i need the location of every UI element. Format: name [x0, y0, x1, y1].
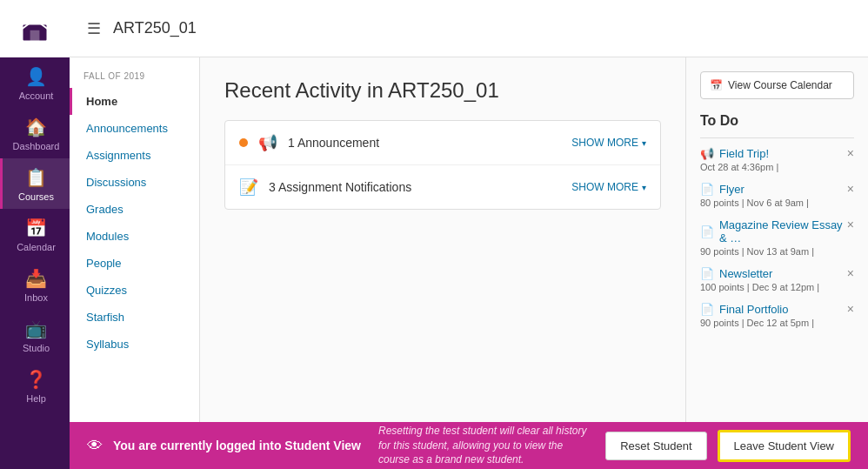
- todo-item-title-newsletter[interactable]: 📄 Newsletter: [700, 267, 772, 280]
- todo-icon-flyer: 📄: [700, 183, 714, 196]
- todo-item-meta-magazine-review: 90 points | Nov 13 at 9am |: [700, 246, 854, 257]
- help-icon: ❓: [25, 369, 47, 390]
- sidebar-logo[interactable]: [0, 0, 70, 57]
- todo-item-title-flyer[interactable]: 📄 Flyer: [700, 183, 744, 196]
- todo-icon-field-trip: 📢: [700, 147, 714, 160]
- announcement-show-more[interactable]: SHOW MORE: [571, 137, 646, 149]
- sidebar-item-dashboard[interactable]: 🏠 Dashboard: [0, 108, 70, 158]
- sidebar-item-label-dashboard: Dashboard: [13, 141, 60, 151]
- activity-item-announcement: 📢 1 Announcement SHOW MORE: [225, 121, 660, 165]
- inbox-icon: 📥: [25, 268, 47, 289]
- leftnav-item-assignments[interactable]: Assignments: [70, 142, 199, 169]
- todo-item-close-final-portfolio[interactable]: ×: [847, 303, 854, 315]
- left-nav: FALL OF 2019 HomeAnnouncementsAssignment…: [70, 57, 200, 422]
- calendar-btn-label: View Course Calendar: [728, 79, 832, 91]
- content-layout: FALL OF 2019 HomeAnnouncementsAssignment…: [70, 57, 868, 422]
- sidebar-item-label-courses: Courses: [18, 191, 54, 202]
- todo-item-header-newsletter: 📄 Newsletter ×: [700, 267, 854, 280]
- todo-item-meta-flyer: 80 points | Nov 6 at 9am |: [700, 198, 854, 208]
- todo-item-newsletter: 📄 Newsletter × 100 points | Dec 9 at 12p…: [700, 267, 854, 292]
- todo-item-close-field-trip[interactable]: ×: [847, 147, 854, 159]
- student-view-status: You are currently logged into Student Vi…: [113, 439, 361, 452]
- announcement-dot: [239, 138, 248, 147]
- announcement-icon: 📢: [258, 133, 277, 152]
- sidebar-item-calendar[interactable]: 📅 Calendar: [0, 209, 70, 259]
- leftnav-item-quizzes[interactable]: Quizzes: [70, 277, 199, 304]
- todo-item-close-magazine-review[interactable]: ×: [847, 218, 854, 231]
- leftnav-item-syllabus[interactable]: Syllabus: [70, 331, 199, 358]
- center-content: Recent Activity in ART250_01 📢 1 Announc…: [200, 57, 685, 422]
- hamburger-icon[interactable]: ☰: [87, 19, 101, 38]
- assignments-icon: 📝: [239, 178, 258, 197]
- assignments-text: 3 Assignment Notifications: [269, 180, 571, 194]
- sidebar: 👤 Account 🏠 Dashboard 📋 Courses 📅 Calend…: [0, 0, 70, 469]
- activity-list: 📢 1 Announcement SHOW MORE 📝 3 Assignmen…: [224, 120, 661, 210]
- sidebar-item-label-account: Account: [19, 90, 54, 101]
- leftnav-item-starfish[interactable]: Starfish: [70, 304, 199, 331]
- todo-item-title-field-trip[interactable]: 📢 Field Trip!: [700, 147, 769, 160]
- top-bar: ☰ ART250_01: [70, 0, 868, 57]
- studio-icon: 📺: [25, 318, 47, 339]
- todo-item-header-flyer: 📄 Flyer ×: [700, 183, 854, 196]
- todo-icon-final-portfolio: 📄: [700, 303, 714, 316]
- sidebar-item-label-calendar: Calendar: [17, 242, 56, 252]
- student-view-description: Resetting the test student will clear al…: [378, 424, 595, 467]
- sidebar-item-label-inbox: Inbox: [24, 292, 48, 303]
- sidebar-item-label-help: Help: [26, 393, 46, 404]
- svg-rect-1: [30, 30, 40, 42]
- todo-item-header-final-portfolio: 📄 Final Portfolio ×: [700, 303, 854, 316]
- reset-student-button[interactable]: Reset Student: [605, 432, 706, 460]
- todo-item-close-newsletter[interactable]: ×: [847, 267, 854, 279]
- calendar-icon: 📅: [25, 218, 47, 238]
- todo-item-meta-final-portfolio: 90 points | Dec 12 at 5pm |: [700, 318, 854, 328]
- todo-item-close-flyer[interactable]: ×: [847, 183, 854, 195]
- leave-student-view-button[interactable]: Leave Student View: [718, 430, 851, 462]
- todo-item-magazine-review: 📄 Magazine Review Essay & … × 90 points …: [700, 218, 854, 257]
- sidebar-item-courses[interactable]: 📋 Courses: [0, 158, 70, 209]
- todo-item-meta-field-trip: Oct 28 at 4:36pm |: [700, 162, 854, 172]
- leftnav-item-discussions[interactable]: Discussions: [70, 169, 199, 196]
- bottom-bar: 👁 You are currently logged into Student …: [70, 422, 868, 469]
- student-view-icon: 👁: [87, 437, 103, 455]
- leftnav-item-people[interactable]: People: [70, 250, 199, 277]
- term-label: FALL OF 2019: [70, 71, 199, 88]
- todo-icon-newsletter: 📄: [700, 267, 714, 280]
- todo-heading: To Do: [700, 113, 854, 129]
- todo-item-flyer: 📄 Flyer × 80 points | Nov 6 at 9am |: [700, 183, 854, 208]
- todo-item-title-magazine-review[interactable]: 📄 Magazine Review Essay & …: [700, 218, 844, 245]
- courses-icon: 📋: [25, 167, 47, 188]
- todo-item-final-portfolio: 📄 Final Portfolio × 90 points | Dec 12 a…: [700, 303, 854, 328]
- account-icon: 👤: [25, 66, 47, 87]
- todo-divider: [700, 137, 854, 138]
- sidebar-item-inbox[interactable]: 📥 Inbox: [0, 259, 70, 310]
- announcement-text: 1 Announcement: [288, 136, 571, 150]
- leftnav-item-announcements[interactable]: Announcements: [70, 115, 199, 142]
- sidebar-item-studio[interactable]: 📺 Studio: [0, 310, 70, 360]
- todo-item-meta-newsletter: 100 points | Dec 9 at 12pm |: [700, 282, 854, 292]
- view-course-calendar-button[interactable]: 📅 View Course Calendar: [700, 71, 854, 99]
- page-heading: Recent Activity in ART250_01: [224, 78, 661, 103]
- leftnav-item-modules[interactable]: Modules: [70, 223, 199, 250]
- assignments-show-more[interactable]: SHOW MORE: [571, 181, 646, 193]
- course-title: ART250_01: [113, 19, 197, 37]
- leftnav-item-home[interactable]: Home: [70, 88, 199, 115]
- dashboard-icon: 🏠: [25, 117, 47, 137]
- sidebar-item-help[interactable]: ❓ Help: [0, 360, 70, 411]
- todo-icon-magazine-review: 📄: [700, 225, 714, 238]
- calendar-icon: 📅: [710, 79, 723, 91]
- sidebar-item-label-studio: Studio: [23, 343, 50, 353]
- activity-item-assignments: 📝 3 Assignment Notifications SHOW MORE: [225, 165, 660, 209]
- todo-item-title-final-portfolio[interactable]: 📄 Final Portfolio: [700, 303, 788, 316]
- todo-items-container: 📢 Field Trip! × Oct 28 at 4:36pm | 📄 Fly…: [700, 147, 854, 328]
- right-panel: 📅 View Course Calendar To Do 📢 Field Tri…: [685, 57, 868, 422]
- todo-item-field-trip: 📢 Field Trip! × Oct 28 at 4:36pm |: [700, 147, 854, 172]
- sidebar-item-account[interactable]: 👤 Account: [0, 57, 70, 108]
- todo-item-header-field-trip: 📢 Field Trip! ×: [700, 147, 854, 160]
- todo-item-header-magazine-review: 📄 Magazine Review Essay & … ×: [700, 218, 854, 245]
- leftnav-item-grades[interactable]: Grades: [70, 196, 199, 223]
- main-content: ☰ ART250_01 FALL OF 2019 HomeAnnouncemen…: [70, 0, 868, 469]
